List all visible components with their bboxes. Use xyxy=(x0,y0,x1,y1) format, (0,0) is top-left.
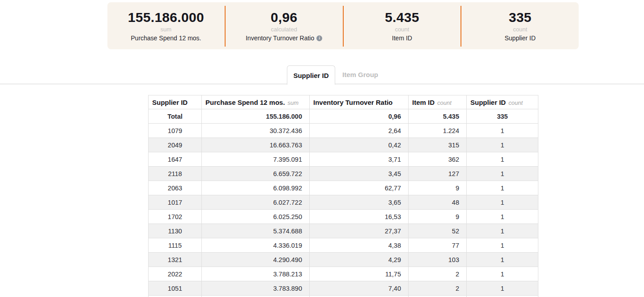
table-row: 1130 5.374.688 27,37 52 1 xyxy=(149,224,538,238)
table-cell: 1 xyxy=(467,138,538,152)
table-row: 2049 16.663.763 0,42 315 1 xyxy=(149,138,538,152)
table-cell: 5.374.688 xyxy=(202,224,310,238)
kpi-aggregation-label: count xyxy=(395,26,409,33)
table-cell: 2 xyxy=(409,267,467,281)
table-row: 1051 3.783.890 7,40 2 1 xyxy=(149,281,538,296)
kpi-value: 5.435 xyxy=(385,10,419,25)
table-cell: 52 xyxy=(409,224,467,238)
kpi-summary-band: 155.186.000 sum Purchase Spend 12 mos. 0… xyxy=(107,2,579,49)
table-cell: 6.025.250 xyxy=(202,210,310,224)
table-cell: 3,71 xyxy=(310,152,409,167)
table-row: 1017 6.027.722 3,65 48 1 xyxy=(149,195,538,210)
table-cell: 1 xyxy=(467,253,538,267)
table-cell: 1 xyxy=(467,210,538,224)
table-cell: 2 xyxy=(409,281,467,296)
table-cell: 2,64 xyxy=(310,124,409,138)
table-cell: 1130 xyxy=(149,224,202,238)
aggregation-tag: count xyxy=(437,99,452,106)
table-cell: 1051 xyxy=(149,281,202,296)
table-row: 2022 3.788.213 11,75 2 1 xyxy=(149,267,538,281)
table-cell: 3,65 xyxy=(310,195,409,210)
table-cell: 16,53 xyxy=(310,210,409,224)
column-header-supplier-id-count[interactable]: Supplier IDcount xyxy=(467,95,538,109)
kpi-aggregation-label: sum xyxy=(161,26,172,33)
info-icon[interactable]: i xyxy=(316,35,322,41)
table-cell: 1 xyxy=(467,224,538,238)
kpi-aggregation-label: count xyxy=(513,26,527,33)
table-cell: 3.788.213 xyxy=(202,267,310,281)
table-cell: 0,42 xyxy=(310,138,409,152)
table-row-partial xyxy=(149,296,538,297)
table-cell: 3.783.890 xyxy=(202,281,310,296)
table-cell: 1321 xyxy=(149,253,202,267)
table-cell: 2022 xyxy=(149,267,202,281)
table-cell: 1 xyxy=(467,181,538,195)
table-cell: 103 xyxy=(409,253,467,267)
kpi-card-inventory-turnover: 0,96 calculated Inventory Turnover Ratio… xyxy=(226,2,343,49)
table-cell: 77 xyxy=(409,238,467,253)
table-cell: 1 xyxy=(467,124,538,138)
kpi-aggregation-label: calculated xyxy=(271,26,297,33)
table-row: 1115 4.336.019 4,38 77 1 xyxy=(149,238,538,253)
table-row: 2063 6.098.992 62,77 9 1 xyxy=(149,181,538,195)
column-header-item-id[interactable]: Item IDcount xyxy=(409,95,467,109)
kpi-value: 335 xyxy=(509,10,532,25)
kpi-metric-label: Item ID xyxy=(392,34,412,42)
table-cell: 315 xyxy=(409,138,467,152)
column-header-inventory-turnover[interactable]: Inventory Turnover Ratio xyxy=(310,95,409,109)
table-cell: 4.290.490 xyxy=(202,253,310,267)
total-cell: 5.435 xyxy=(409,109,467,124)
tab-supplier-id[interactable]: Supplier ID xyxy=(287,65,335,85)
table-cell: 1 xyxy=(467,152,538,167)
table-row: 1079 30.372.436 2,64 1.224 1 xyxy=(149,124,538,138)
table-cell: 6.027.722 xyxy=(202,195,310,210)
kpi-card-item-id: 5.435 count Item ID xyxy=(344,2,461,49)
table-cell: 1 xyxy=(467,281,538,296)
kpi-card-purchase-spend: 155.186.000 sum Purchase Spend 12 mos. xyxy=(107,2,225,49)
column-header-purchase-spend[interactable]: Purchase Spend 12 mos.sum xyxy=(202,95,310,109)
kpi-value: 0,96 xyxy=(271,10,298,25)
table-cell: 1.224 xyxy=(409,124,467,138)
table-total-row: Total 155.186.000 0,96 5.435 335 xyxy=(149,109,538,124)
aggregation-tag: sum xyxy=(288,99,299,106)
total-cell: 0,96 xyxy=(310,109,409,124)
table-header-row: Supplier ID Purchase Spend 12 mos.sum In… xyxy=(149,95,538,109)
table-cell: 27,37 xyxy=(310,224,409,238)
total-cell: 335 xyxy=(467,109,538,124)
table-cell: 6.659.722 xyxy=(202,167,310,181)
table-cell: 4,29 xyxy=(310,253,409,267)
table-cell: 127 xyxy=(409,167,467,181)
table-cell: 1 xyxy=(467,238,538,253)
column-header-supplier-id[interactable]: Supplier ID xyxy=(149,95,202,109)
table-cell: 1115 xyxy=(149,238,202,253)
total-cell: Total xyxy=(149,109,202,124)
table-cell: 30.372.436 xyxy=(202,124,310,138)
table-cell: 16.663.763 xyxy=(202,138,310,152)
table-cell: 9 xyxy=(409,210,467,224)
table-cell: 4.336.019 xyxy=(202,238,310,253)
kpi-metric-label-text: Inventory Turnover Ratio xyxy=(246,34,314,42)
table-row: 1647 7.395.091 3,71 362 1 xyxy=(149,152,538,167)
table-cell: 6.098.992 xyxy=(202,181,310,195)
kpi-metric-label: Inventory Turnover Ratio i xyxy=(246,34,322,42)
table-cell: 1702 xyxy=(149,210,202,224)
table-cell: 48 xyxy=(409,195,467,210)
kpi-card-supplier-id: 335 count Supplier ID xyxy=(461,2,579,49)
table-cell: 9 xyxy=(409,181,467,195)
table-cell: 1 xyxy=(467,267,538,281)
table-cell: 1017 xyxy=(149,195,202,210)
table-cell: 1 xyxy=(467,167,538,181)
table-cell: 11,75 xyxy=(310,267,409,281)
total-cell: 155.186.000 xyxy=(202,109,310,124)
table-cell: 2049 xyxy=(149,138,202,152)
table-row: 1702 6.025.250 16,53 9 1 xyxy=(149,210,538,224)
table-cell: 4,38 xyxy=(310,238,409,253)
table-cell: 2118 xyxy=(149,167,202,181)
table-cell: 1079 xyxy=(149,124,202,138)
table-cell: 2063 xyxy=(149,181,202,195)
kpi-metric-label: Supplier ID xyxy=(504,34,535,42)
table-cell: 362 xyxy=(409,152,467,167)
tab-item-group[interactable]: Item Group xyxy=(335,65,385,84)
pivot-table: Supplier ID Purchase Spend 12 mos.sum In… xyxy=(148,95,538,297)
kpi-value: 155.186.000 xyxy=(128,10,204,25)
